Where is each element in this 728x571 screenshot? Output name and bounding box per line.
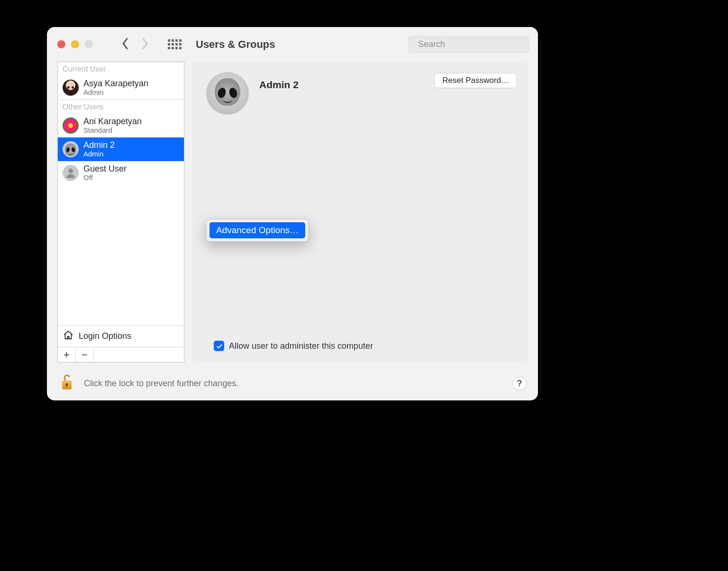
sidebar-user-admin2[interactable]: Admin 2 Admin: [58, 137, 184, 161]
minimize-window-button[interactable]: [71, 40, 79, 48]
window-title: Users & Groups: [196, 38, 401, 51]
window-controls: [57, 40, 93, 48]
toolbar: Users & Groups: [47, 27, 538, 62]
user-name-label: Admin 2: [83, 141, 115, 150]
avatar-icon: [63, 80, 79, 96]
user-role-label: Admin: [83, 150, 115, 158]
back-button[interactable]: [121, 37, 129, 52]
nav-arrows: [121, 37, 149, 52]
house-icon: [63, 329, 74, 343]
alien-icon: [215, 78, 240, 109]
remove-user-button[interactable]: −: [76, 347, 94, 362]
context-menu: Advanced Options…: [206, 219, 309, 242]
user-role-label: Standard: [83, 127, 142, 135]
search-input[interactable]: [417, 39, 529, 50]
user-role-label: Off: [83, 174, 127, 182]
reset-password-button[interactable]: Reset Password…: [434, 73, 517, 88]
avatar-icon: [63, 165, 79, 181]
user-text: Guest User Off: [83, 164, 127, 181]
user-text: Asya Karapetyan Admin: [83, 79, 148, 96]
sidebar-user-guest[interactable]: Guest User Off: [58, 161, 184, 185]
help-button[interactable]: ?: [512, 376, 527, 390]
admin-checkbox-label: Allow user to administer this computer: [229, 341, 373, 351]
fullscreen-window-button: [85, 40, 93, 48]
footer: Click the lock to prevent further change…: [47, 370, 538, 400]
spacer: [94, 347, 184, 362]
user-text: Ani Karapetyan Standard: [83, 117, 142, 134]
menu-item-advanced-options[interactable]: Advanced Options…: [209, 222, 305, 238]
user-detail-panel: Admin 2 Reset Password… Allow user to ad…: [192, 62, 528, 363]
body: Current User Asya Karapetyan Admin Other…: [47, 62, 538, 370]
admin-checkbox[interactable]: [214, 341, 224, 351]
admin-checkbox-row[interactable]: Allow user to administer this computer: [206, 341, 517, 353]
chevron-right-icon: [141, 37, 149, 50]
search-field-wrapper[interactable]: [408, 36, 529, 53]
login-options-row[interactable]: Login Options: [58, 325, 184, 347]
lock-button[interactable]: [58, 373, 75, 394]
users-sidebar: Current User Asya Karapetyan Admin Other…: [57, 62, 184, 363]
user-role-label: Admin: [83, 89, 148, 97]
spacer: [58, 185, 184, 325]
login-options-label: Login Options: [79, 331, 131, 341]
preferences-window: Users & Groups Current User Asya Karapet…: [47, 27, 538, 400]
check-icon: [216, 343, 223, 350]
forward-button: [141, 37, 149, 52]
user-text: Admin 2 Admin: [83, 141, 115, 158]
svg-rect-6: [66, 384, 68, 387]
close-window-button[interactable]: [57, 40, 65, 48]
show-all-button[interactable]: [168, 39, 182, 49]
other-users-header: Other Users: [58, 100, 184, 114]
sidebar-user-ani[interactable]: Ani Karapetyan Standard: [58, 114, 184, 137]
chevron-left-icon: [121, 37, 129, 50]
person-icon: [64, 167, 77, 179]
add-user-button[interactable]: +: [58, 347, 76, 362]
user-name-label: Asya Karapetyan: [83, 79, 148, 89]
question-mark-icon: ?: [517, 379, 522, 389]
alien-icon: [65, 144, 76, 155]
avatar-icon: [63, 118, 79, 134]
lock-hint-text: Click the lock to prevent further change…: [84, 379, 238, 389]
user-header: Admin 2 Reset Password…: [206, 72, 517, 115]
selected-user-name: Admin 2: [259, 79, 424, 91]
svg-point-2: [68, 169, 73, 173]
current-user-header: Current User: [58, 62, 184, 76]
user-name-label: Guest User: [83, 164, 127, 174]
sidebar-user-current[interactable]: Asya Karapetyan Admin: [58, 76, 184, 100]
user-name-label: Ani Karapetyan: [83, 117, 142, 127]
user-avatar[interactable]: [206, 72, 249, 115]
avatar-icon: [63, 141, 79, 157]
add-remove-bar: + −: [58, 347, 184, 362]
